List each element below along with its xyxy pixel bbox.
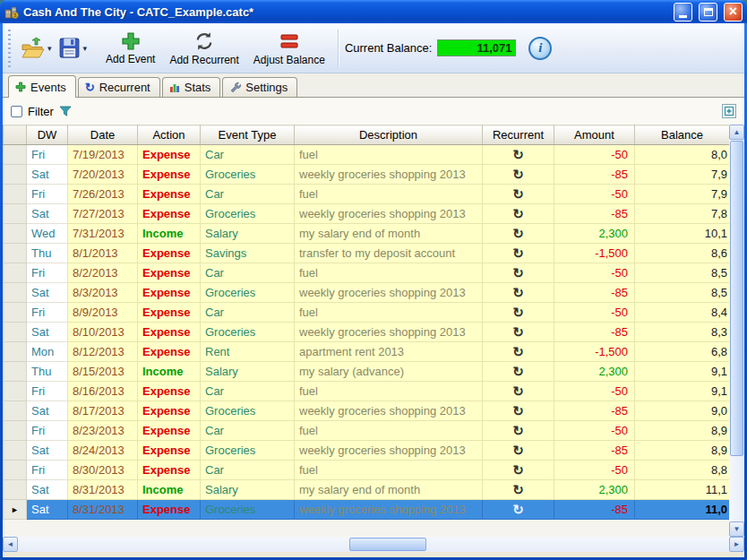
cell-dw[interactable]: Sat (27, 480, 68, 500)
cell-balance[interactable]: 8,5 (635, 263, 730, 283)
scroll-left-button[interactable]: ◄ (3, 537, 18, 552)
cell-gutter[interactable] (4, 401, 27, 421)
table-row[interactable]: Fri 8/2/2013 Expense Car fuel ↻ -50 8,5 (4, 263, 730, 283)
cell-date[interactable]: 7/19/2013 (68, 145, 138, 165)
tab-events[interactable]: Events (8, 75, 76, 98)
cell-dw[interactable]: Sat (27, 165, 68, 185)
cell-action[interactable]: Expense (138, 303, 201, 323)
cell-date[interactable]: 8/31/2013 (68, 500, 138, 520)
table-row[interactable]: Fri 7/26/2013 Expense Car fuel ↻ -50 7,9 (4, 185, 730, 204)
cell-balance[interactable]: 8,0 (635, 145, 730, 165)
cell-balance[interactable]: 9,1 (635, 362, 730, 382)
cell-dw[interactable]: Fri (27, 461, 68, 480)
cell-balance[interactable]: 7,9 (635, 185, 730, 204)
cell-type[interactable]: Salary (201, 480, 295, 500)
cell-desc[interactable]: weekly groceries shopping 2013 (295, 283, 483, 303)
cell-date[interactable]: 8/3/2013 (68, 283, 138, 303)
add-recurrent-button[interactable]: Add Recurrent (162, 29, 245, 68)
cell-action[interactable]: Income (138, 362, 201, 382)
cell-action[interactable]: Expense (138, 165, 201, 185)
cell-gutter[interactable] (4, 323, 27, 342)
header-dw[interactable]: DW (27, 125, 68, 145)
vertical-scroll-thumb[interactable] (730, 141, 743, 456)
header-event-type[interactable]: Event Type (201, 125, 295, 145)
table-row[interactable]: Fri 8/30/2013 Expense Car fuel ↻ -50 8,8 (4, 461, 730, 480)
cell-amount[interactable]: -50 (554, 185, 635, 204)
cell-type[interactable]: Car (201, 421, 295, 441)
cell-action[interactable]: Expense (138, 185, 201, 204)
table-row[interactable]: Sat 7/20/2013 Expense Groceries weekly g… (4, 165, 730, 185)
cell-gutter[interactable] (4, 165, 27, 185)
cell-date[interactable]: 8/2/2013 (68, 263, 138, 283)
add-event-button[interactable]: Add Event (99, 30, 162, 67)
cell-action[interactable]: Expense (138, 342, 201, 362)
cell-desc[interactable]: fuel (295, 421, 483, 441)
cell-desc[interactable]: fuel (295, 382, 483, 401)
tab-recurrent[interactable]: ↻ Recurrent (78, 77, 160, 97)
cell-balance[interactable]: 6,8 (635, 342, 730, 362)
cell-dw[interactable]: Mon (27, 342, 68, 362)
cell-amount[interactable]: -50 (554, 145, 635, 165)
cell-type[interactable]: Groceries (201, 500, 295, 520)
table-row[interactable]: Sat 8/24/2013 Expense Groceries weekly g… (4, 441, 730, 461)
cell-action[interactable]: Expense (138, 401, 201, 421)
cell-date[interactable]: 8/16/2013 (68, 382, 138, 401)
adjust-balance-button[interactable]: Adjust Balance (246, 29, 332, 68)
cell-gutter[interactable] (4, 362, 27, 382)
maximize-button[interactable] (699, 3, 717, 22)
cell-date[interactable]: 7/26/2013 (68, 185, 138, 204)
cell-dw[interactable]: Thu (27, 244, 68, 263)
cell-type[interactable]: Groceries (201, 401, 295, 421)
cell-action[interactable]: Expense (138, 323, 201, 342)
tab-settings[interactable]: Settings (222, 77, 297, 97)
cell-dw[interactable]: Fri (27, 145, 68, 165)
cell-date[interactable]: 7/20/2013 (68, 165, 138, 185)
cell-action[interactable]: Expense (138, 145, 201, 165)
cell-balance[interactable]: 7,9 (635, 165, 730, 185)
cell-action[interactable]: Expense (138, 421, 201, 441)
cell-dw[interactable]: Fri (27, 263, 68, 283)
cell-desc[interactable]: fuel (295, 263, 483, 283)
info-button[interactable]: i (528, 37, 552, 60)
cell-action[interactable]: Expense (138, 204, 201, 224)
cell-action[interactable]: Expense (138, 283, 201, 303)
cell-desc[interactable]: fuel (295, 303, 483, 323)
cell-dw[interactable]: Sat (27, 283, 68, 303)
cell-gutter[interactable] (4, 185, 27, 204)
cell-desc[interactable]: weekly groceries shopping 2013 (295, 204, 483, 224)
cell-gutter[interactable] (4, 421, 27, 441)
horizontal-scroll-thumb[interactable] (349, 538, 426, 551)
cell-balance[interactable]: 7,8 (635, 204, 730, 224)
cell-desc[interactable]: fuel (295, 145, 483, 165)
cell-type[interactable]: Groceries (201, 204, 295, 224)
cell-dw[interactable]: Sat (27, 441, 68, 461)
header-amount[interactable]: Amount (554, 125, 635, 145)
cell-amount[interactable]: 2,300 (554, 480, 635, 500)
cell-type[interactable]: Groceries (201, 283, 295, 303)
table-row[interactable]: Sat 8/31/2013 Income Salary my salary en… (4, 480, 730, 500)
cell-amount[interactable]: -85 (554, 165, 635, 185)
cell-amount[interactable]: 2,300 (554, 362, 635, 382)
cell-date[interactable]: 8/15/2013 (68, 362, 138, 382)
table-row[interactable]: Fri 8/9/2013 Expense Car fuel ↻ -50 8,4 (4, 303, 730, 323)
cell-amount[interactable]: -1,500 (554, 244, 635, 263)
table-row[interactable]: Fri 8/16/2013 Expense Car fuel ↻ -50 9,1 (4, 382, 730, 401)
table-row[interactable]: Thu 8/15/2013 Income Salary my salary (a… (4, 362, 730, 382)
cell-amount[interactable]: -85 (554, 441, 635, 461)
cell-gutter[interactable] (4, 244, 27, 263)
cell-amount[interactable]: -50 (554, 421, 635, 441)
cell-type[interactable]: Savings (201, 244, 295, 263)
cell-dw[interactable]: Fri (27, 303, 68, 323)
scroll-right-button[interactable]: ► (729, 537, 744, 552)
cell-dw[interactable]: Fri (27, 421, 68, 441)
cell-dw[interactable]: Sat (27, 204, 68, 224)
cell-action[interactable]: Expense (138, 263, 201, 283)
cell-action[interactable]: Expense (138, 244, 201, 263)
filter-checkbox[interactable] (11, 106, 22, 117)
scroll-down-button[interactable]: ▼ (729, 521, 744, 537)
cell-balance[interactable]: 10,1 (635, 224, 730, 244)
table-row[interactable]: Fri 8/23/2013 Expense Car fuel ↻ -50 8,9 (4, 421, 730, 441)
cell-balance[interactable]: 8,3 (635, 323, 730, 342)
header-date[interactable]: Date (68, 125, 138, 145)
cell-action[interactable]: Expense (138, 461, 201, 480)
